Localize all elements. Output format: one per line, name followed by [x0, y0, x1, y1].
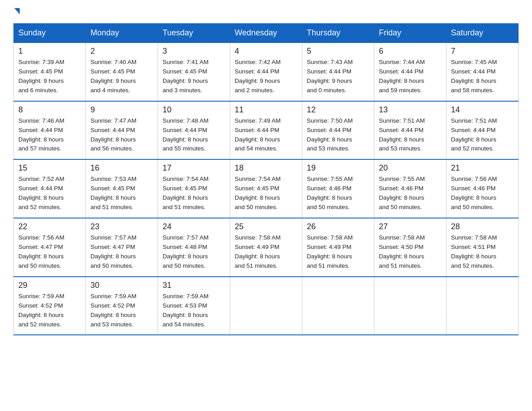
calendar-week-row: 8 Sunrise: 7:46 AMSunset: 4:44 PMDayligh… — [14, 101, 519, 160]
day-info: Sunrise: 7:48 AMSunset: 4:44 PMDaylight:… — [163, 116, 225, 154]
calendar-cell: 7 Sunrise: 7:45 AMSunset: 4:44 PMDayligh… — [446, 43, 519, 101]
day-number: 27 — [379, 222, 442, 231]
day-number: 24 — [163, 222, 225, 231]
day-number: 6 — [379, 47, 442, 56]
day-info: Sunrise: 7:58 AMSunset: 4:51 PMDaylight:… — [451, 233, 514, 271]
day-info: Sunrise: 7:58 AMSunset: 4:49 PMDaylight:… — [235, 233, 297, 271]
day-number: 21 — [451, 163, 514, 173]
header-wednesday: Wednesday — [230, 24, 302, 43]
day-number: 28 — [451, 222, 514, 231]
day-number: 9 — [90, 105, 153, 115]
calendar-cell: 25 Sunrise: 7:58 AMSunset: 4:49 PMDaylig… — [230, 218, 302, 277]
calendar-week-row: 22 Sunrise: 7:56 AMSunset: 4:47 PMDaylig… — [14, 218, 519, 277]
calendar-cell: 5 Sunrise: 7:43 AMSunset: 4:44 PMDayligh… — [302, 43, 374, 101]
day-info: Sunrise: 7:57 AMSunset: 4:48 PMDaylight:… — [163, 233, 225, 271]
calendar-cell — [302, 277, 374, 335]
day-info: Sunrise: 7:59 AMSunset: 4:52 PMDaylight:… — [90, 292, 153, 330]
day-number: 25 — [235, 222, 297, 231]
day-number: 17 — [163, 163, 225, 173]
day-number: 22 — [18, 222, 81, 231]
calendar-cell: 29 Sunrise: 7:59 AMSunset: 4:52 PMDaylig… — [14, 277, 86, 335]
day-info: Sunrise: 7:45 AMSunset: 4:44 PMDaylight:… — [451, 58, 514, 95]
header-thursday: Thursday — [302, 24, 374, 43]
calendar-cell — [230, 277, 302, 335]
day-number: 1 — [18, 47, 81, 56]
day-number: 13 — [379, 105, 442, 115]
day-number: 7 — [451, 47, 514, 56]
day-info: Sunrise: 7:49 AMSunset: 4:44 PMDaylight:… — [235, 116, 297, 154]
calendar-cell: 15 Sunrise: 7:52 AMSunset: 4:44 PMDaylig… — [14, 159, 86, 218]
day-number: 3 — [163, 47, 225, 56]
header-saturday: Saturday — [446, 24, 519, 43]
day-info: Sunrise: 7:40 AMSunset: 4:45 PMDaylight:… — [90, 58, 153, 95]
day-number: 10 — [163, 105, 225, 115]
day-info: Sunrise: 7:54 AMSunset: 4:45 PMDaylight:… — [235, 175, 297, 212]
day-info: Sunrise: 7:55 AMSunset: 4:46 PMDaylight:… — [379, 175, 442, 212]
calendar-cell: 4 Sunrise: 7:42 AMSunset: 4:44 PMDayligh… — [230, 43, 302, 101]
calendar-header-row: SundayMondayTuesdayWednesdayThursdayFrid… — [14, 24, 519, 43]
day-number: 11 — [235, 105, 297, 115]
day-number: 20 — [379, 163, 442, 173]
calendar-cell: 26 Sunrise: 7:58 AMSunset: 4:49 PMDaylig… — [302, 218, 374, 277]
day-info: Sunrise: 7:57 AMSunset: 4:47 PMDaylight:… — [90, 233, 153, 271]
day-info: Sunrise: 7:39 AMSunset: 4:45 PMDaylight:… — [18, 58, 81, 95]
day-number: 30 — [90, 281, 153, 290]
logo-arrow-icon — [14, 8, 20, 14]
day-info: Sunrise: 7:59 AMSunset: 4:53 PMDaylight:… — [163, 292, 225, 330]
day-number: 12 — [307, 105, 369, 115]
day-number: 16 — [90, 163, 153, 173]
day-info: Sunrise: 7:53 AMSunset: 4:45 PMDaylight:… — [90, 175, 153, 212]
day-number: 14 — [451, 105, 514, 115]
calendar-cell: 18 Sunrise: 7:54 AMSunset: 4:45 PMDaylig… — [230, 159, 302, 218]
day-info: Sunrise: 7:56 AMSunset: 4:47 PMDaylight:… — [18, 233, 81, 271]
day-info: Sunrise: 7:58 AMSunset: 4:49 PMDaylight:… — [307, 233, 369, 271]
day-number: 8 — [18, 105, 81, 115]
day-number: 19 — [307, 163, 369, 173]
calendar-cell: 28 Sunrise: 7:58 AMSunset: 4:51 PMDaylig… — [446, 218, 519, 277]
page-header — [13, 9, 519, 15]
calendar-cell: 8 Sunrise: 7:46 AMSunset: 4:44 PMDayligh… — [14, 101, 86, 160]
calendar-cell: 14 Sunrise: 7:51 AMSunset: 4:44 PMDaylig… — [446, 101, 519, 160]
day-number: 23 — [90, 222, 153, 231]
calendar-cell: 17 Sunrise: 7:54 AMSunset: 4:45 PMDaylig… — [158, 159, 230, 218]
calendar-cell: 27 Sunrise: 7:58 AMSunset: 4:50 PMDaylig… — [374, 218, 446, 277]
calendar-cell: 2 Sunrise: 7:40 AMSunset: 4:45 PMDayligh… — [86, 43, 158, 101]
calendar-cell: 16 Sunrise: 7:53 AMSunset: 4:45 PMDaylig… — [86, 159, 158, 218]
day-info: Sunrise: 7:43 AMSunset: 4:44 PMDaylight:… — [307, 58, 369, 95]
calendar-cell: 20 Sunrise: 7:55 AMSunset: 4:46 PMDaylig… — [374, 159, 446, 218]
calendar-cell: 6 Sunrise: 7:44 AMSunset: 4:44 PMDayligh… — [374, 43, 446, 101]
day-number: 4 — [235, 47, 297, 56]
calendar-cell: 21 Sunrise: 7:56 AMSunset: 4:46 PMDaylig… — [446, 159, 519, 218]
calendar-cell: 12 Sunrise: 7:50 AMSunset: 4:44 PMDaylig… — [302, 101, 374, 160]
day-number: 31 — [163, 281, 225, 290]
calendar-week-row: 15 Sunrise: 7:52 AMSunset: 4:44 PMDaylig… — [14, 159, 519, 218]
calendar-cell: 31 Sunrise: 7:59 AMSunset: 4:53 PMDaylig… — [158, 277, 230, 335]
calendar-cell: 24 Sunrise: 7:57 AMSunset: 4:48 PMDaylig… — [158, 218, 230, 277]
day-number: 2 — [90, 47, 153, 56]
calendar-week-row: 1 Sunrise: 7:39 AMSunset: 4:45 PMDayligh… — [14, 43, 519, 101]
header-sunday: Sunday — [14, 24, 86, 43]
calendar-cell: 30 Sunrise: 7:59 AMSunset: 4:52 PMDaylig… — [86, 277, 158, 335]
day-info: Sunrise: 7:59 AMSunset: 4:52 PMDaylight:… — [18, 292, 81, 330]
day-info: Sunrise: 7:58 AMSunset: 4:50 PMDaylight:… — [379, 233, 442, 271]
day-info: Sunrise: 7:52 AMSunset: 4:44 PMDaylight:… — [18, 175, 81, 212]
day-info: Sunrise: 7:41 AMSunset: 4:45 PMDaylight:… — [163, 58, 225, 95]
calendar-cell: 10 Sunrise: 7:48 AMSunset: 4:44 PMDaylig… — [158, 101, 230, 160]
day-number: 29 — [18, 281, 81, 290]
day-info: Sunrise: 7:56 AMSunset: 4:46 PMDaylight:… — [451, 175, 514, 212]
day-number: 26 — [307, 222, 369, 231]
day-info: Sunrise: 7:42 AMSunset: 4:44 PMDaylight:… — [235, 58, 297, 95]
calendar-cell: 19 Sunrise: 7:55 AMSunset: 4:46 PMDaylig… — [302, 159, 374, 218]
day-info: Sunrise: 7:55 AMSunset: 4:46 PMDaylight:… — [307, 175, 369, 212]
day-info: Sunrise: 7:46 AMSunset: 4:44 PMDaylight:… — [18, 116, 81, 154]
day-info: Sunrise: 7:51 AMSunset: 4:44 PMDaylight:… — [379, 116, 442, 154]
calendar-cell — [446, 277, 519, 335]
day-info: Sunrise: 7:54 AMSunset: 4:45 PMDaylight:… — [163, 175, 225, 212]
calendar-cell: 11 Sunrise: 7:49 AMSunset: 4:44 PMDaylig… — [230, 101, 302, 160]
day-number: 18 — [235, 163, 297, 173]
calendar-cell: 23 Sunrise: 7:57 AMSunset: 4:47 PMDaylig… — [86, 218, 158, 277]
day-info: Sunrise: 7:50 AMSunset: 4:44 PMDaylight:… — [307, 116, 369, 154]
day-info: Sunrise: 7:47 AMSunset: 4:44 PMDaylight:… — [90, 116, 153, 154]
calendar-cell — [374, 277, 446, 335]
calendar-cell: 13 Sunrise: 7:51 AMSunset: 4:44 PMDaylig… — [374, 101, 446, 160]
